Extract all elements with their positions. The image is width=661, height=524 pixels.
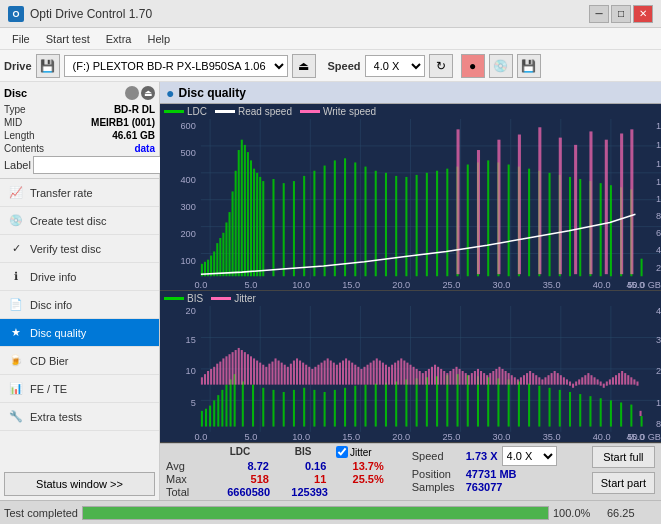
svg-rect-155 xyxy=(272,390,274,427)
svg-rect-75 xyxy=(405,177,407,276)
svg-rect-322 xyxy=(600,381,602,385)
svg-rect-149 xyxy=(225,384,227,426)
svg-rect-159 xyxy=(313,390,315,427)
svg-rect-253 xyxy=(388,367,390,385)
chart-header: ● Disc quality xyxy=(160,82,661,104)
svg-rect-148 xyxy=(221,390,223,427)
menu-start-test[interactable]: Start test xyxy=(38,31,98,47)
disc-quality-icon: ★ xyxy=(8,325,24,341)
svg-rect-243 xyxy=(357,367,359,385)
main-area: Disc ⏏ Type BD-R DL MID MEIRB1 (001) Len… xyxy=(0,82,661,500)
svg-rect-56 xyxy=(247,152,249,276)
menu-file[interactable]: File xyxy=(4,31,38,47)
svg-rect-184 xyxy=(569,392,571,427)
svg-rect-169 xyxy=(416,378,418,426)
avg-jitter: 13.7% xyxy=(334,460,383,472)
close-button[interactable]: ✕ xyxy=(633,5,653,23)
progress-bar-track xyxy=(82,506,549,520)
svg-rect-270 xyxy=(440,369,442,385)
svg-rect-71 xyxy=(364,167,366,277)
svg-rect-70 xyxy=(354,162,356,276)
svg-text:15: 15 xyxy=(186,334,196,344)
svg-rect-190 xyxy=(630,404,632,426)
save-button[interactable]: 💾 xyxy=(517,54,541,78)
svg-rect-240 xyxy=(348,360,350,384)
svg-rect-154 xyxy=(262,387,264,426)
top-chart: 600 500 400 300 200 100 18X 16X 14X 12X … xyxy=(160,119,661,291)
svg-rect-265 xyxy=(425,371,427,385)
svg-rect-235 xyxy=(333,362,335,384)
start-full-button[interactable]: Start full xyxy=(592,446,655,468)
type-value: BD-R DL xyxy=(114,104,155,115)
speed-select[interactable]: 4.0 X xyxy=(365,55,425,77)
max-bis: 11 xyxy=(277,473,326,485)
refresh-button[interactable]: ↻ xyxy=(429,54,453,78)
start-part-button[interactable]: Start part xyxy=(592,472,655,494)
svg-text:500: 500 xyxy=(180,148,195,158)
menu-help[interactable]: Help xyxy=(139,31,178,47)
sidebar-item-transfer-rate[interactable]: 📈 Transfer rate xyxy=(0,179,159,207)
svg-rect-325 xyxy=(609,379,611,384)
drive-select[interactable]: (F:) PLEXTOR BD-R PX-LB950SA 1.06 xyxy=(64,55,288,77)
svg-rect-216 xyxy=(275,358,277,384)
svg-rect-225 xyxy=(302,362,304,384)
svg-text:5: 5 xyxy=(191,397,196,407)
avg-bis: 0.16 xyxy=(277,460,326,472)
disc-eject-icon[interactable]: ⏏ xyxy=(141,86,155,100)
svg-rect-101 xyxy=(497,140,500,274)
svg-rect-259 xyxy=(406,362,408,384)
svg-rect-217 xyxy=(278,360,280,384)
menu-extra[interactable]: Extra xyxy=(98,31,140,47)
status-window-button[interactable]: Status window >> xyxy=(4,472,155,496)
svg-text:50.0 GB: 50.0 GB xyxy=(627,432,661,442)
mid-label: MID xyxy=(4,117,22,128)
sidebar-item-cd-bier[interactable]: 🍺 CD Bier xyxy=(0,347,159,375)
sidebar: Disc ⏏ Type BD-R DL MID MEIRB1 (001) Len… xyxy=(0,82,160,500)
sidebar-item-drive-info[interactable]: ℹ Drive info xyxy=(0,263,159,291)
svg-rect-209 xyxy=(253,358,255,384)
disc-button[interactable]: 💿 xyxy=(489,54,513,78)
svg-rect-192 xyxy=(201,377,203,384)
chart-header-icon: ● xyxy=(166,85,174,101)
svg-rect-170 xyxy=(426,377,428,426)
ldc-legend-color xyxy=(164,110,184,113)
svg-rect-211 xyxy=(259,362,261,384)
drive-info-icon: ℹ xyxy=(8,269,24,285)
fe-te-icon: 📊 xyxy=(8,381,24,397)
label-input[interactable] xyxy=(33,156,166,174)
svg-rect-224 xyxy=(299,360,301,384)
svg-rect-320 xyxy=(594,377,596,384)
svg-rect-296 xyxy=(520,377,522,384)
sidebar-item-extra-tests[interactable]: 🔧 Extra tests xyxy=(0,403,159,431)
svg-rect-285 xyxy=(486,375,488,384)
jitter-checkbox[interactable] xyxy=(336,446,348,458)
svg-rect-257 xyxy=(400,358,402,384)
progress-percent: 100.0% xyxy=(553,507,603,519)
jitter-legend-color xyxy=(211,297,231,300)
svg-text:10.0: 10.0 xyxy=(292,432,310,442)
svg-text:200: 200 xyxy=(180,229,195,239)
svg-rect-103 xyxy=(538,127,541,274)
sidebar-item-create-test-disc[interactable]: 💿 Create test disc xyxy=(0,207,159,235)
eject-button[interactable]: ⏏ xyxy=(292,54,316,78)
svg-rect-156 xyxy=(283,392,285,427)
drive-icon-btn[interactable]: 💾 xyxy=(36,54,60,78)
burn-button[interactable]: ● xyxy=(461,54,485,78)
svg-rect-290 xyxy=(501,369,503,385)
svg-text:0.0: 0.0 xyxy=(195,280,208,290)
svg-rect-200 xyxy=(225,356,227,384)
minimize-button[interactable]: ─ xyxy=(589,5,609,23)
maximize-button[interactable]: □ xyxy=(611,5,631,23)
svg-text:32%: 32% xyxy=(656,334,661,344)
sidebar-label-verify-test-disc: Verify test disc xyxy=(30,243,101,255)
sidebar-label-fe-te: FE / TE xyxy=(30,383,67,395)
sidebar-item-disc-quality[interactable]: ★ Disc quality xyxy=(0,319,159,347)
svg-rect-254 xyxy=(391,364,393,384)
sidebar-item-verify-test-disc[interactable]: ✓ Verify test disc xyxy=(0,235,159,263)
sidebar-item-disc-info[interactable]: 📄 Disc info xyxy=(0,291,159,319)
svg-rect-335 xyxy=(640,411,642,416)
svg-rect-312 xyxy=(569,381,571,385)
sidebar-item-fe-te[interactable]: 📊 FE / TE xyxy=(0,375,159,403)
speed-stat-select[interactable]: 4.0 X xyxy=(502,446,557,466)
svg-rect-212 xyxy=(262,364,264,384)
